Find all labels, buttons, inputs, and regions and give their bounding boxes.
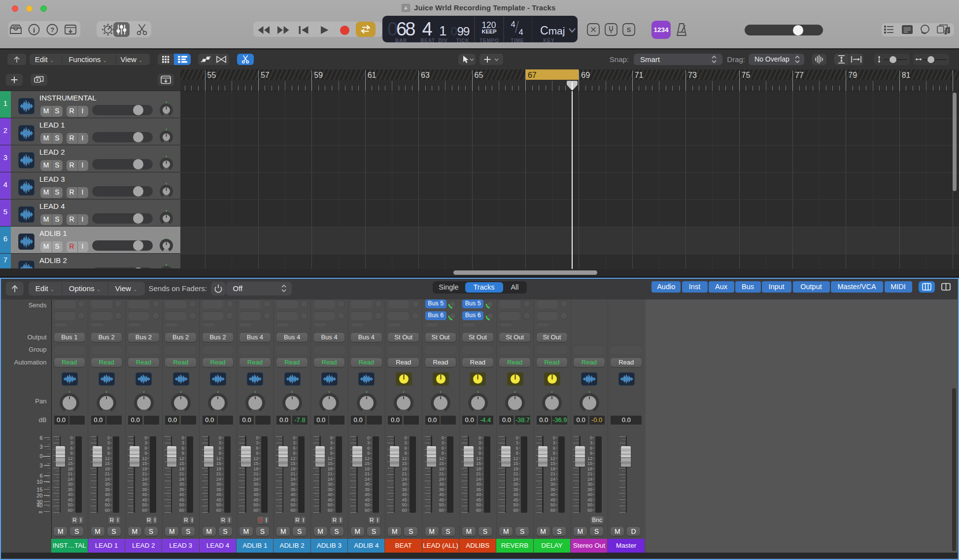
svg-text:S: S [627, 26, 631, 33]
svg-text:?: ? [50, 26, 54, 33]
svg-text:i: i [33, 26, 35, 34]
